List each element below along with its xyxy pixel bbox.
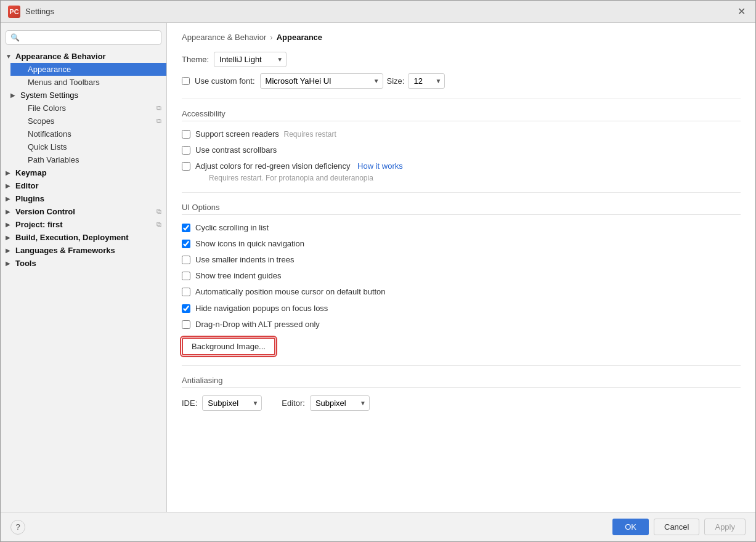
smaller-indents-checkbox[interactable] — [182, 256, 190, 264]
vc-label: Version Control — [15, 207, 75, 216]
sidebar-item-appearance[interactable]: Appearance — [10, 63, 166, 76]
dialog-title: Settings — [25, 7, 54, 16]
chevron-right-plugins: ▶ — [6, 195, 13, 202]
show-icons-row: Show icons in quick navigation — [182, 238, 741, 249]
chevron-right-editor: ▶ — [6, 182, 13, 189]
adjust-colors-label[interactable]: Adjust colors for red-green vision defic… — [195, 161, 352, 171]
support-screen-readers-label[interactable]: Support screen readers Requires restart — [195, 129, 336, 139]
adjust-colors-group: Adjust colors for red-green vision defic… — [195, 161, 403, 182]
cancel-button[interactable]: Cancel — [654, 519, 699, 535]
help-button[interactable]: ? — [10, 520, 25, 535]
editor-label: Editor — [15, 181, 39, 190]
cyclic-scrolling-checkbox[interactable] — [182, 224, 190, 232]
sidebar-section-languages[interactable]: ▶ Languages & Frameworks — [1, 244, 166, 257]
tree-indent-checkbox[interactable] — [182, 272, 190, 280]
tools-label: Tools — [15, 259, 36, 268]
footer: ? OK Cancel Apply — [1, 512, 755, 541]
smaller-indents-row: Use smaller indents in trees — [182, 254, 741, 265]
auto-position-mouse-checkbox[interactable] — [182, 288, 190, 296]
chevron-right-languages: ▶ — [6, 247, 13, 254]
sidebar-item-menus-toolbars[interactable]: Menus and Toolbars — [10, 76, 166, 89]
custom-font-label[interactable]: Use custom font: — [195, 76, 255, 86]
appearance-behavior-items: Appearance Menus and Toolbars ▶ System S… — [1, 63, 166, 166]
font-select-wrapper: Microsoft YaHei UI Arial Courier New ▼ — [260, 73, 383, 89]
show-icons-checkbox[interactable] — [182, 240, 190, 248]
ide-antialiasing-select[interactable]: Subpixel Greyscale None — [202, 395, 262, 411]
font-select[interactable]: Microsoft YaHei UI Arial Courier New — [260, 73, 383, 89]
sidebar-item-notifications[interactable]: Notifications — [10, 127, 166, 140]
copy-icon-project: ⧉ — [156, 220, 161, 229]
copy-icon-vc: ⧉ — [156, 208, 161, 216]
tree-indent-row: Show tree indent guides — [182, 270, 741, 281]
sidebar-section-version-control[interactable]: ▶ Version Control ⧉ — [1, 205, 166, 218]
sidebar-item-system-settings[interactable]: ▶ System Settings — [10, 89, 166, 102]
editor-label: Editor: — [282, 398, 305, 408]
screen-readers-hint: Requires restart — [283, 130, 336, 139]
sidebar: 🔍 ▼ Appearance & Behavior Appearance Men… — [1, 23, 167, 512]
contrast-scrollbars-label[interactable]: Use contrast scrollbars — [195, 145, 277, 156]
size-select-wrapper: 12 10 11 13 14 ▼ — [408, 73, 445, 89]
sidebar-section-tools[interactable]: ▶ Tools — [1, 257, 166, 270]
hide-nav-popups-checkbox[interactable] — [182, 304, 190, 313]
sidebar-item-scopes[interactable]: Scopes ⧉ — [10, 115, 166, 127]
project-label: Project: first — [15, 220, 63, 229]
breadcrumb-current: Appearance — [277, 33, 322, 42]
adjust-colors-row: Adjust colors for red-green vision defic… — [182, 161, 741, 182]
adjust-colors-checkbox[interactable] — [182, 162, 190, 171]
contrast-scrollbars-checkbox[interactable] — [182, 146, 190, 155]
sidebar-section-keymap[interactable]: ▶ Keymap — [1, 166, 166, 179]
background-image-button[interactable]: Background Image... — [182, 338, 275, 355]
adjust-colors-note: Requires restart. For protanopia and deu… — [209, 174, 403, 182]
main-content: 🔍 ▼ Appearance & Behavior Appearance Men… — [1, 23, 755, 512]
ide-label: IDE: — [182, 398, 197, 408]
chevron-right-vc: ▶ — [6, 208, 13, 215]
drag-n-drop-row: Drag-n-Drop with ALT pressed only — [182, 319, 741, 330]
breadcrumb-parent: Appearance & Behavior — [182, 33, 266, 42]
sidebar-section-plugins[interactable]: ▶ Plugins — [1, 192, 166, 205]
search-input[interactable] — [6, 30, 161, 45]
how-it-works-link[interactable]: How it works — [357, 161, 403, 171]
tree-indent-label[interactable]: Show tree indent guides — [195, 270, 281, 281]
hide-nav-popups-row: Hide navigation popups on focus loss — [182, 303, 741, 314]
auto-position-mouse-label[interactable]: Automatically position mouse cursor on d… — [195, 286, 386, 297]
sidebar-item-path-variables[interactable]: Path Variables — [10, 153, 166, 166]
chevron-right-tools: ▶ — [6, 260, 13, 267]
accessibility-title: Accessibility — [182, 109, 741, 121]
apply-button[interactable]: Apply — [704, 519, 746, 535]
drag-n-drop-checkbox[interactable] — [182, 320, 190, 329]
theme-select-wrapper: IntelliJ Light Darcula High Contrast ▼ — [214, 52, 287, 67]
content-area: Appearance & Behavior › Appearance Theme… — [167, 23, 755, 512]
sidebar-item-file-colors[interactable]: File Colors ⧉ — [10, 102, 166, 115]
copy-icon: ⧉ — [156, 104, 161, 112]
ok-button[interactable]: OK — [612, 519, 649, 535]
support-screen-readers-checkbox[interactable] — [182, 130, 190, 139]
sidebar-section-appearance-behavior[interactable]: ▼ Appearance & Behavior — [1, 50, 166, 63]
ide-antialiasing-select-wrapper: Subpixel Greyscale None ▼ — [202, 395, 262, 411]
custom-font-checkbox[interactable] — [182, 77, 190, 85]
theme-row: Theme: IntelliJ Light Darcula High Contr… — [182, 52, 741, 67]
app-icon: PC — [8, 6, 20, 18]
sidebar-section-editor[interactable]: ▶ Editor — [1, 179, 166, 192]
breadcrumb: Appearance & Behavior › Appearance — [182, 33, 741, 42]
editor-antialiasing-select[interactable]: Subpixel Greyscale None — [310, 395, 370, 411]
chevron-right-icon: ▶ — [10, 92, 18, 99]
smaller-indents-label[interactable]: Use smaller indents in trees — [195, 254, 294, 265]
font-select-group: Microsoft YaHei UI Arial Courier New ▼ S… — [260, 73, 445, 89]
plugins-label: Plugins — [15, 194, 44, 203]
support-screen-readers-row: Support screen readers Requires restart — [182, 129, 741, 140]
size-select[interactable]: 12 10 11 13 14 — [408, 73, 445, 89]
hide-nav-popups-label[interactable]: Hide navigation popups on focus loss — [195, 303, 328, 314]
chevron-right-build: ▶ — [6, 234, 13, 241]
close-button[interactable]: ✕ — [734, 5, 748, 18]
theme-select[interactable]: IntelliJ Light Darcula High Contrast — [214, 52, 287, 67]
title-bar: PC Settings ✕ — [1, 1, 755, 23]
cyclic-scrolling-label[interactable]: Cyclic scrolling in list — [195, 222, 269, 233]
drag-n-drop-label[interactable]: Drag-n-Drop with ALT pressed only — [195, 319, 320, 330]
sidebar-item-quick-lists[interactable]: Quick Lists — [10, 140, 166, 153]
sidebar-section-build[interactable]: ▶ Build, Execution, Deployment — [1, 231, 166, 244]
sidebar-section-project[interactable]: ▶ Project: first ⧉ — [1, 218, 166, 231]
show-icons-label[interactable]: Show icons in quick navigation — [195, 238, 304, 249]
search-icon: 🔍 — [10, 33, 20, 42]
separator-1 — [182, 99, 741, 99]
chevron-down-icon: ▼ — [6, 53, 13, 60]
